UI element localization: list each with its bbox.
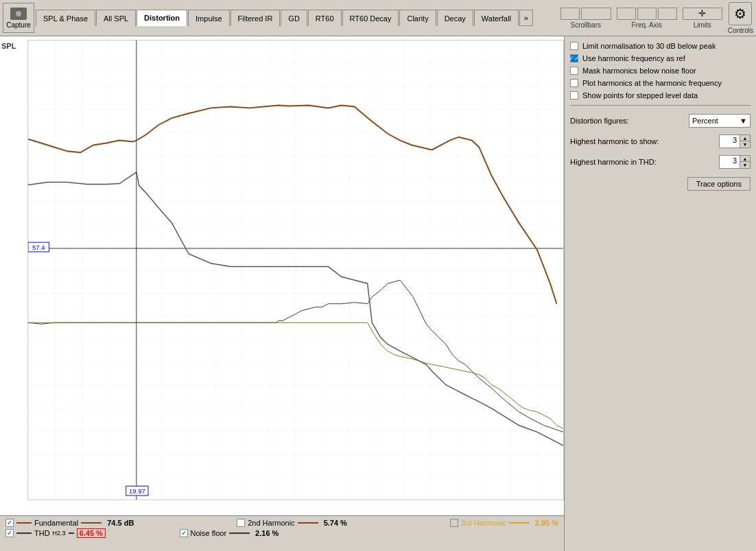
show-points-label: Show points for stepped level data — [582, 91, 698, 99]
freq-axis-label: Freq. Axis — [632, 21, 662, 29]
3rd-harmonic-label: 3rd Harmonic — [461, 519, 506, 527]
right-controls: Scrollbars Freq. Axis ✛ Limits — [560, 2, 753, 34]
use-harmonic-row: ✓ Use harmonic frequency as ref — [570, 54, 751, 62]
camera-icon — [10, 8, 27, 20]
3rd-harmonic-checkbox[interactable] — [450, 519, 458, 527]
spin-down-2[interactable]: ▼ — [740, 162, 750, 168]
thd-line — [16, 532, 32, 534]
3rd-harmonic-legend-item: 3rd Harmonic 2.95 % — [450, 519, 558, 527]
thd-label: THD — [34, 529, 50, 537]
3rd-harmonic-value: 2.95 % — [535, 519, 558, 527]
plot-harmonics-label: Plot harmonics at the harmonic frequency — [582, 79, 722, 87]
2nd-harmonic-label: 2nd Harmonic — [248, 519, 294, 527]
controls-label: Controls — [728, 27, 753, 34]
limit-norm-label: Limit normalisation to 30 dB below peak — [582, 42, 716, 50]
highest-harmonic-show-spinner[interactable]: 3 ▲ ▼ — [719, 134, 751, 148]
plot-harmonics-checkbox[interactable] — [570, 79, 578, 87]
thd-checkbox[interactable] — [5, 529, 14, 537]
tab-rt60-decay[interactable]: RT60 Decay — [342, 10, 399, 26]
legend: Fundamental 74.5 dB 2nd Harmonic 5.74 % — [0, 515, 564, 551]
scrollbars-buttons — [560, 8, 611, 20]
noise-floor-line — [229, 532, 250, 534]
divider-1 — [570, 105, 751, 106]
limits-control: ✛ Limits — [683, 8, 722, 29]
tab-all-spl[interactable]: All SPL — [96, 10, 136, 26]
fundamental-checkbox[interactable] — [5, 519, 14, 527]
tab-impulse[interactable]: Impulse — [188, 10, 230, 26]
show-points-row: Show points for stepped level data — [570, 91, 751, 99]
fundamental-line2 — [81, 522, 102, 524]
spin-up-1[interactable]: ▲ — [740, 135, 750, 141]
svg-rect-3 — [28, 40, 563, 500]
noise-floor-label: Noise floor — [191, 529, 227, 537]
legend-row-2: THD H2.3 6.45 % Noise floor 2.16 % — [5, 528, 558, 538]
tab-gd[interactable]: GD — [281, 10, 307, 26]
thd-line2 — [69, 532, 74, 534]
spl-label: SPL — [1, 42, 16, 50]
tab-waterfall[interactable]: Waterfall — [474, 10, 519, 26]
show-points-checkbox[interactable] — [570, 91, 578, 99]
tab-clarity[interactable]: Clarity — [399, 10, 436, 26]
dropdown-arrow-icon: ▼ — [740, 117, 747, 125]
2nd-harmonic-checkbox[interactable] — [237, 519, 245, 527]
thd-sub: H2.3 — [53, 530, 66, 537]
highest-harmonic-thd-row: Highest harmonic in THD: 3 ▲ ▼ — [570, 155, 751, 169]
freq-btn-3[interactable] — [658, 8, 677, 20]
controls-button[interactable]: ⚙ — [729, 2, 752, 25]
noise-floor-legend-item: Noise floor 2.16 % — [180, 529, 279, 537]
spinner-arrows-1: ▲ ▼ — [740, 135, 750, 148]
mask-harmonics-row: Mask harmonics below noise floor — [570, 67, 751, 75]
gear-icon: ⚙ — [734, 5, 746, 22]
freq-btn-2[interactable] — [637, 8, 657, 20]
spin-down-1[interactable]: ▼ — [740, 141, 750, 148]
scrollbars-control: Scrollbars — [560, 8, 611, 29]
trace-options-button[interactable]: Trace options — [687, 177, 751, 191]
freq-axis-buttons — [617, 8, 677, 20]
use-harmonic-checkbox[interactable]: ✓ — [570, 54, 578, 62]
tab-decay[interactable]: Decay — [437, 10, 473, 26]
freq-axis-control: Freq. Axis — [617, 8, 677, 29]
move-button[interactable]: ✛ — [683, 8, 722, 20]
limits-label: Limits — [694, 21, 711, 29]
highest-harmonic-show-row: Highest harmonic to show: 3 ▲ ▼ — [570, 134, 751, 148]
tab-more-button[interactable]: » — [519, 10, 533, 26]
plot-harmonics-row: Plot harmonics at the harmonic frequency — [570, 79, 751, 87]
tab-rt60[interactable]: RT60 — [308, 10, 342, 26]
spin-up-2[interactable]: ▲ — [740, 156, 750, 162]
move-buttons: ✛ — [683, 8, 722, 20]
limit-norm-row: Limit normalisation to 30 dB below peak — [570, 42, 751, 50]
scrollbar-btn-2[interactable] — [581, 8, 611, 20]
3rd-harmonic-line — [509, 522, 530, 524]
chart-wrapper: SPL — [0, 36, 564, 551]
fundamental-value: 74.5 dB — [107, 519, 134, 527]
highest-harmonic-thd-label: Highest harmonic in THD: — [570, 158, 716, 166]
scrollbar-btn-1[interactable] — [560, 8, 580, 20]
chart-svg: 100 95 90 85 80 75 70 65 60 57.4 55 50 4… — [27, 40, 564, 500]
move-icon: ✛ — [698, 8, 706, 19]
highest-harmonic-thd-spinner[interactable]: 3 ▲ ▼ — [719, 155, 751, 169]
mask-harmonics-checkbox[interactable] — [570, 67, 578, 75]
freq-btn-1[interactable] — [617, 8, 636, 20]
fundamental-legend-item: Fundamental 74.5 dB — [5, 519, 134, 527]
capture-label: Capture — [6, 21, 31, 29]
capture-button[interactable]: Capture — [3, 3, 34, 33]
highest-harmonic-thd-value: 3 — [720, 156, 740, 168]
toolbar: Capture SPL & Phase All SPL Distortion I… — [0, 0, 756, 36]
distortion-figures-select[interactable]: Percent ▼ — [689, 114, 751, 128]
noise-floor-value: 2.16 % — [255, 529, 279, 537]
distortion-figures-label: Distortion figures: — [570, 117, 686, 125]
fundamental-line — [16, 522, 32, 524]
legend-row-1: Fundamental 74.5 dB 2nd Harmonic 5.74 % — [5, 519, 558, 527]
tabs-container: SPL & Phase All SPL Distortion Impulse F… — [36, 10, 559, 26]
tab-spl-phase[interactable]: SPL & Phase — [36, 10, 95, 26]
mask-harmonics-label: Mask harmonics below noise floor — [582, 67, 696, 75]
content-area: SPL — [0, 36, 756, 551]
chart-area[interactable]: 100 95 90 85 80 75 70 65 60 57.4 55 50 4… — [27, 40, 564, 500]
tab-filtered-ir[interactable]: Filtered IR — [231, 10, 281, 26]
2nd-harmonic-value: 5.74 % — [324, 519, 347, 527]
limit-norm-checkbox[interactable] — [570, 42, 578, 50]
2nd-harmonic-line — [298, 522, 318, 524]
tab-distortion[interactable]: Distortion — [137, 10, 187, 26]
controls-group: ⚙ Controls — [728, 2, 753, 34]
noise-floor-checkbox[interactable] — [180, 529, 188, 537]
